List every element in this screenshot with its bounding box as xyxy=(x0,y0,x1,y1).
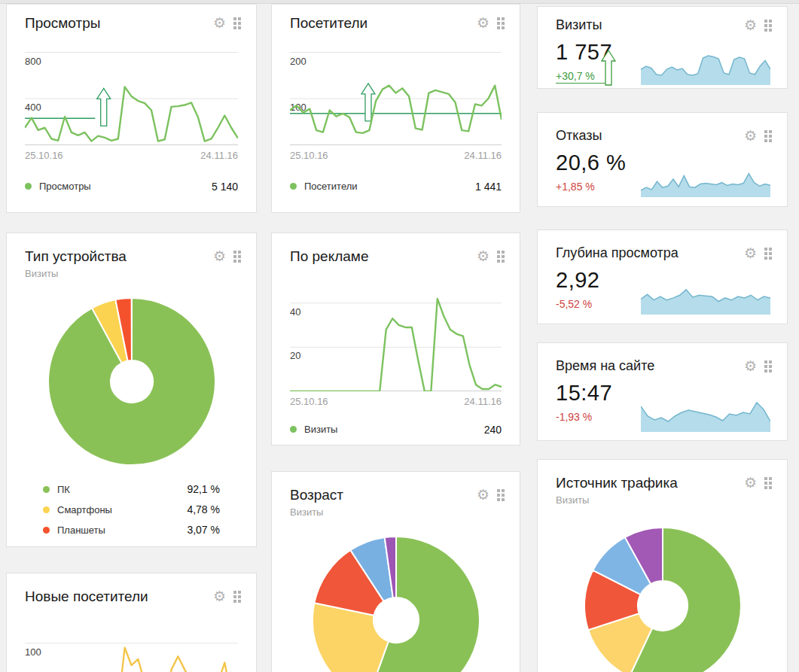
legend-item-pc[interactable]: ПК 92,1 % xyxy=(43,483,220,495)
up-arrow-icon xyxy=(601,49,618,87)
trend-underline xyxy=(556,83,605,84)
legend-item-ads[interactable]: Визиты 240 xyxy=(290,424,502,436)
legend-value: 240 xyxy=(484,424,502,436)
legend-dot xyxy=(43,527,50,534)
traffic-source-donut-chart[interactable] xyxy=(538,526,787,672)
legend-label: Смартфоны xyxy=(57,504,112,515)
legend-item-visitors[interactable]: Посетители 1 441 xyxy=(290,181,502,193)
settings-gear-icon[interactable]: ⚙ xyxy=(744,360,757,372)
new-visitors-line-chart[interactable]: 100 xyxy=(25,634,238,672)
widget-visitors-title: Посетители xyxy=(290,15,367,32)
svg-text:100: 100 xyxy=(25,646,41,658)
svg-text:800: 800 xyxy=(25,55,41,66)
drag-handle-icon[interactable] xyxy=(764,476,772,489)
device-type-donut-chart[interactable] xyxy=(7,296,256,467)
legend-dot xyxy=(25,183,32,190)
bounces-sparkline[interactable] xyxy=(641,163,770,197)
legend-value: 3,07 % xyxy=(187,524,220,536)
settings-gear-icon[interactable]: ⚙ xyxy=(213,590,226,603)
widget-depth-title: Глубина просмотра xyxy=(556,245,679,262)
widget-device-title: Тип устройства xyxy=(25,248,127,266)
widget-traffic-title: Источник трафика xyxy=(556,475,678,492)
date-start-label: 25.10.16 xyxy=(25,150,63,161)
widget-time-title: Время на сайте xyxy=(556,358,654,375)
widget-metric-subtitle: Визиты xyxy=(25,268,256,279)
drag-handle-icon[interactable] xyxy=(233,590,241,603)
drag-handle-icon[interactable] xyxy=(497,488,505,501)
widget-depth: Глубина просмотра ⚙ 2,92 -5,52 % xyxy=(537,230,788,324)
date-end-label: 24.11.16 xyxy=(464,150,502,161)
legend-label: Визиты xyxy=(304,424,337,435)
settings-gear-icon[interactable]: ⚙ xyxy=(213,250,226,263)
widget-age-title: Возраст xyxy=(290,487,343,504)
widget-new-visitors-title: Новые посетители xyxy=(25,588,148,606)
widget-age: Возраст ⚙ Визиты xyxy=(271,471,520,672)
widget-device-type: Тип устройства ⚙ Визиты ПК 92,1 % Смартф… xyxy=(6,233,257,547)
drag-handle-icon[interactable] xyxy=(764,129,772,142)
views-line-chart[interactable]: 800400 xyxy=(25,52,238,145)
widget-bounces: Отказы ⚙ 20,6 % +1,85 % xyxy=(537,112,788,207)
settings-gear-icon[interactable]: ⚙ xyxy=(477,488,489,501)
legend-dot xyxy=(43,486,50,493)
legend-item-views[interactable]: Просмотры 5 140 xyxy=(25,181,238,193)
legend-dot xyxy=(290,183,297,190)
ads-line-chart[interactable]: 4020 xyxy=(290,294,502,391)
widget-metric-subtitle: Визиты xyxy=(556,494,787,506)
svg-text:200: 200 xyxy=(290,55,306,66)
legend-value: 1 441 xyxy=(475,181,502,193)
settings-gear-icon[interactable]: ⚙ xyxy=(477,17,489,29)
date-start-label: 25.10.16 xyxy=(290,150,328,161)
widget-visits: Визиты ⚙ 1 757 +30,7 % xyxy=(537,6,788,89)
widget-metric-subtitle: Визиты xyxy=(290,506,520,518)
visits-sparkline[interactable] xyxy=(641,47,770,85)
svg-text:20: 20 xyxy=(290,350,300,361)
widget-bounces-title: Отказы xyxy=(556,128,602,144)
legend-dot xyxy=(43,506,50,513)
legend-dot xyxy=(290,426,297,433)
widget-new-visitors: Новые посетители ⚙ 100 xyxy=(6,573,257,672)
svg-text:400: 400 xyxy=(25,102,41,113)
age-donut-chart[interactable] xyxy=(272,535,520,672)
legend-label: Планшеты xyxy=(57,525,105,536)
depth-sparkline[interactable] xyxy=(641,280,770,315)
drag-handle-icon[interactable] xyxy=(497,250,505,263)
date-range: 25.10.16 24.11.16 xyxy=(290,150,502,161)
date-start-label: 25.10.16 xyxy=(290,396,328,407)
legend-value: 92,1 % xyxy=(187,483,220,495)
date-end-label: 24.11.16 xyxy=(200,150,238,161)
settings-gear-icon[interactable]: ⚙ xyxy=(477,250,489,263)
drag-handle-icon[interactable] xyxy=(764,247,772,260)
date-range: 25.10.16 24.11.16 xyxy=(290,396,502,407)
device-type-legend: ПК 92,1 % Смартфоны 4,78 % Планшеты 3,07… xyxy=(25,483,238,544)
legend-item-tablets[interactable]: Планшеты 3,07 % xyxy=(43,524,220,536)
drag-handle-icon[interactable] xyxy=(497,17,505,29)
svg-text:40: 40 xyxy=(290,306,300,318)
legend-item-smartphones[interactable]: Смартфоны 4,78 % xyxy=(43,503,220,515)
visitors-line-chart[interactable]: 200100 xyxy=(290,52,502,145)
drag-handle-icon[interactable] xyxy=(764,19,772,32)
date-range: 25.10.16 24.11.16 xyxy=(25,150,238,161)
time-sparkline[interactable] xyxy=(641,394,770,432)
settings-gear-icon[interactable]: ⚙ xyxy=(744,19,757,32)
settings-gear-icon[interactable]: ⚙ xyxy=(744,129,757,142)
legend-label: Посетители xyxy=(304,181,358,192)
settings-gear-icon[interactable]: ⚙ xyxy=(213,17,226,29)
date-end-label: 24.11.16 xyxy=(464,396,502,407)
widget-views: Просмотры ⚙ 800400 25.10.16 24.11.16 Про… xyxy=(6,4,257,213)
widget-traffic-source: Источник трафика ⚙ Визиты xyxy=(537,459,788,672)
widget-time-on-site: Время на сайте ⚙ 15:47 -1,93 % xyxy=(537,342,788,441)
drag-handle-icon[interactable] xyxy=(764,360,772,372)
widget-visitors: Посетители ⚙ 200100 25.10.16 24.11.16 По… xyxy=(271,4,520,213)
legend-label: Просмотры xyxy=(39,181,91,192)
legend-value: 5 140 xyxy=(212,181,238,193)
settings-gear-icon[interactable]: ⚙ xyxy=(744,476,757,489)
legend-value: 4,78 % xyxy=(187,503,220,515)
legend-label: ПК xyxy=(57,484,70,495)
widget-visits-title: Визиты xyxy=(556,17,602,34)
drag-handle-icon[interactable] xyxy=(233,17,241,29)
drag-handle-icon[interactable] xyxy=(233,250,241,263)
settings-gear-icon[interactable]: ⚙ xyxy=(744,247,757,260)
widget-views-title: Просмотры xyxy=(25,15,100,32)
widget-ads-title: По рекламе xyxy=(290,248,368,266)
widget-ads: По рекламе ⚙ 4020 25.10.16 24.11.16 Визи… xyxy=(271,233,520,445)
